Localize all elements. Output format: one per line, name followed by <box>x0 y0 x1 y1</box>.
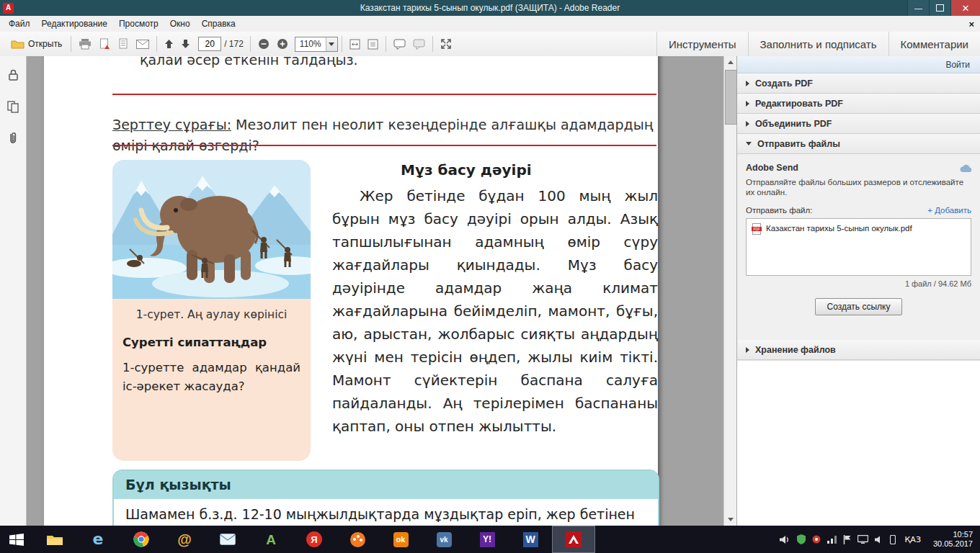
add-file-link[interactable]: + Добавить <box>927 206 971 215</box>
zoom-value: 110% <box>295 39 326 49</box>
fun-fact-heading: Бұл қызықты <box>114 471 658 499</box>
window-title: Казакстан тарихы 5-сынып окулык.pdf (ЗАЩ… <box>86 3 894 13</box>
title-bar: A Казакстан тарихы 5-сынып окулык.pdf (З… <box>0 0 980 16</box>
volume-icon[interactable] <box>780 535 790 544</box>
section-heading: Мұз басу дәуірі <box>401 161 532 179</box>
printer-icon <box>79 38 92 50</box>
section-combine-pdf[interactable]: Объединить PDF <box>737 114 980 134</box>
chevron-down-icon <box>746 142 752 145</box>
menu-view[interactable]: Просмотр <box>113 17 164 31</box>
save-copy-button[interactable] <box>114 36 133 52</box>
keyboard-language-indicator[interactable]: ҚАЗ <box>905 535 921 544</box>
dotted-app-taskbar-icon[interactable] <box>336 526 379 553</box>
menu-file[interactable]: Файл <box>3 17 36 31</box>
arrow-down-icon <box>181 39 190 49</box>
document-scrollbar[interactable] <box>723 56 736 526</box>
network-signal-icon[interactable] <box>827 535 837 544</box>
agent-a-taskbar-icon[interactable]: А <box>249 526 293 553</box>
section-create-pdf[interactable]: Создать PDF <box>737 73 980 94</box>
start-button[interactable] <box>0 526 33 553</box>
zoom-out-button[interactable] <box>254 36 273 52</box>
file-list-item[interactable]: PDF Казакстан тарихы 5-сынып окулык.pdf <box>752 223 966 235</box>
yahoo-taskbar-icon[interactable]: Y! <box>466 526 509 553</box>
zoom-in-button[interactable] <box>273 36 292 52</box>
adobe-reader-window: A Казакстан тарихы 5-сынып окулык.pdf (З… <box>0 0 980 553</box>
odnoklassniki-taskbar-icon[interactable]: ok <box>379 526 422 553</box>
navigation-rail <box>0 56 27 526</box>
email-button[interactable] <box>133 37 153 51</box>
sticky-note-button[interactable] <box>390 37 409 52</box>
yahoo-icon: Y! <box>480 532 495 547</box>
envelope-icon <box>220 534 236 545</box>
word-taskbar-icon[interactable]: W <box>509 526 552 553</box>
clipped-paragraph: қалай әсер еткенін талдаңыз. <box>140 56 358 68</box>
menu-edit[interactable]: Редактирование <box>36 17 113 31</box>
fun-fact-text: Шамамен б.з.д. 12-10 мыңжылдықтарда мұзд… <box>114 499 658 526</box>
section-file-storage[interactable]: Хранение файлов <box>737 340 980 360</box>
phone-icon[interactable] <box>890 535 896 544</box>
fullscreen-button[interactable] <box>437 36 455 52</box>
research-question: Зерттеу сұрағы: Мезолит пен неолит кезең… <box>112 114 660 156</box>
fit-page-icon <box>368 39 378 50</box>
mail-agent-taskbar-icon[interactable] <box>206 526 249 553</box>
chrome-taskbar-icon[interactable] <box>120 526 163 553</box>
section-edit-pdf[interactable]: Редактировать PDF <box>737 94 980 114</box>
fit-page-button[interactable] <box>364 37 382 52</box>
attachments-button[interactable] <box>4 130 22 147</box>
page-thumbnails-button[interactable] <box>4 98 22 115</box>
taskbar-clock[interactable]: 10:57 30.05.2017 <box>933 530 973 549</box>
adobe-reader-taskbar-icon[interactable] <box>552 526 595 553</box>
close-button[interactable]: ✕ <box>950 0 980 16</box>
fit-width-button[interactable] <box>346 37 364 52</box>
yandex-taskbar-icon[interactable]: Я <box>293 526 336 553</box>
zoom-level-select[interactable]: 110% <box>295 37 338 52</box>
maximize-icon <box>936 4 944 12</box>
minimize-button[interactable]: — <box>907 0 929 16</box>
print-button[interactable] <box>75 36 95 52</box>
describe-heading: Суретті сипаттаңдар <box>122 336 300 349</box>
flag-icon[interactable] <box>843 535 851 544</box>
scroll-down-button[interactable] <box>724 513 736 526</box>
fill-sign-tab[interactable]: Заполнить и подписать <box>748 32 888 56</box>
window-controls: — ✕ <box>907 0 980 16</box>
mail-ru-taskbar-icon[interactable]: @ <box>163 526 206 553</box>
comment-tab[interactable]: Комментарии <box>888 32 980 56</box>
page-number-input[interactable] <box>198 37 221 51</box>
speaker-icon[interactable] <box>875 536 883 544</box>
tools-tab[interactable]: Инструменты <box>656 32 748 56</box>
zoom-dropdown-arrow[interactable] <box>326 37 337 51</box>
windows-logo-icon <box>9 534 24 546</box>
update-badge-icon[interactable] <box>812 535 821 544</box>
send-file-button[interactable] <box>95 36 114 52</box>
vk-taskbar-icon[interactable]: vk <box>422 526 466 553</box>
body-paragraph: Жер бетінде бұдан 100 мың жыл бұрын мұз … <box>332 184 658 438</box>
adobe-reader-icon <box>566 531 582 547</box>
windows-taskbar: e @ А Я ok vk Y! W <box>0 526 980 553</box>
menu-help[interactable]: Справка <box>196 17 241 31</box>
previous-page-button[interactable] <box>161 37 177 51</box>
adobe-reader-app-icon: A <box>3 3 14 14</box>
maximize-button[interactable] <box>929 0 950 16</box>
open-button[interactable]: Открыть <box>6 36 67 52</box>
internet-explorer-taskbar-icon[interactable]: e <box>76 526 120 553</box>
next-page-button[interactable] <box>177 37 194 51</box>
toolbar-right-tabs: Инструменты Заполнить и подписать Коммен… <box>656 32 980 56</box>
scrollbar-thumb[interactable] <box>725 70 737 125</box>
document-icon <box>117 38 129 50</box>
system-tray: ҚАЗ 10:57 30.05.2017 <box>780 526 980 553</box>
create-link-button[interactable]: Создать ссылку <box>815 298 903 315</box>
display-icon[interactable] <box>858 535 868 544</box>
comment-bubble-disabled-icon <box>413 39 425 50</box>
file-list[interactable]: PDF Казакстан тарихы 5-сынып окулык.pdf <box>746 218 971 276</box>
section-send-files[interactable]: Отправить файлы <box>737 134 980 154</box>
file-explorer-taskbar-icon[interactable] <box>33 526 76 553</box>
security-settings-button[interactable] <box>4 66 22 84</box>
sign-in-link[interactable]: Войти <box>945 60 970 70</box>
highlight-button[interactable] <box>409 37 429 52</box>
scroll-up-button[interactable] <box>724 56 736 68</box>
antivirus-icon[interactable] <box>797 534 806 544</box>
document-viewport[interactable]: қалай әсер еткенін талдаңыз. Зерттеу сұр… <box>27 56 723 526</box>
word-icon: W <box>523 532 538 547</box>
close-document-icon[interactable]: × <box>968 19 974 29</box>
menu-window[interactable]: Окно <box>164 17 196 31</box>
